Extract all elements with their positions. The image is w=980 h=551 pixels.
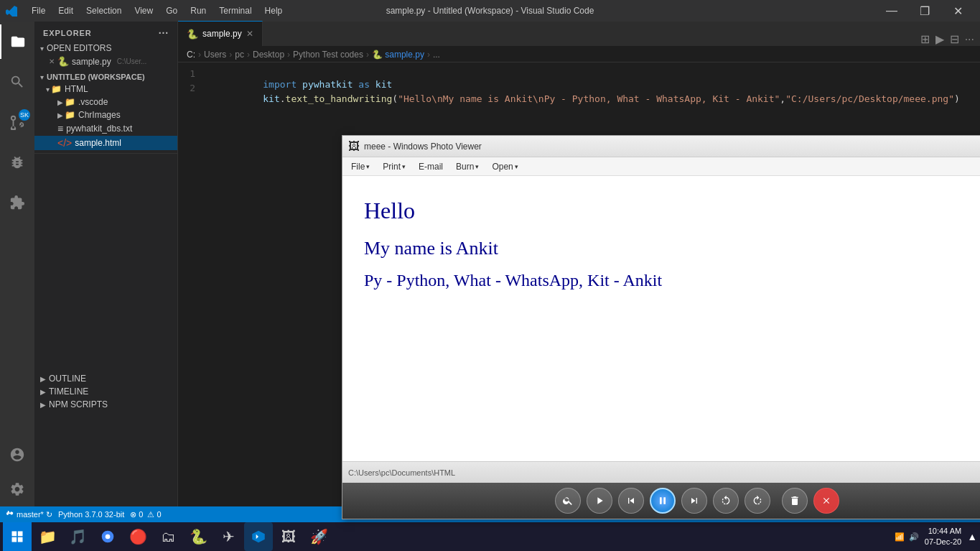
pv-delete-button[interactable]	[782, 488, 808, 514]
explorer-title: EXPLORER ···	[34, 22, 177, 42]
taskbar-file-explorer[interactable]: 📁	[33, 522, 62, 551]
system-clock[interactable]: 10:44 AM 07-Dec-20	[925, 526, 961, 548]
activity-source-control[interactable]: SK	[0, 105, 34, 139]
tab-bar: 🐍 sample.py ✕ ⊞ ▶ ⊟ ···	[178, 22, 980, 47]
layout-icon[interactable]: ⊟	[950, 32, 959, 46]
tree-item-sample-html[interactable]: </> sample.html	[34, 136, 177, 150]
menu-run[interactable]: Run	[185, 4, 212, 17]
svg-point-1	[106, 534, 111, 540]
bc-pc[interactable]: pc	[235, 50, 244, 60]
npm-arrow: ▶	[40, 401, 46, 409]
bc-python-test[interactable]: Python Test codes	[293, 50, 363, 60]
git-branch-status[interactable]: master* ↻	[6, 510, 52, 519]
npm-scripts-header[interactable]: ▶ NPM SCRIPTS	[34, 398, 177, 411]
tree-item-chrimages[interactable]: ▶ 📁 ChrImages	[34, 108, 177, 121]
activity-account[interactable]	[0, 437, 34, 472]
open-editor-sample-py[interactable]: ✕ 🐍 sample.py C:\User...	[34, 55, 177, 68]
menu-selection[interactable]: Selection	[80, 4, 127, 17]
taskbar-browser[interactable]	[93, 522, 122, 551]
pv-menu-file[interactable]: File ▾	[345, 160, 375, 173]
photo-viewer-window: 🖼 meee - Windows Photo Viewer — ◻ ✕ File…	[342, 135, 980, 519]
bc-c[interactable]: C:	[187, 50, 195, 60]
activity-debug[interactable]	[0, 145, 34, 180]
taskbar-python[interactable]: 🐍	[184, 522, 213, 551]
pv-menu-email[interactable]: E-mail	[413, 160, 449, 173]
pv-menu-burn-arrow: ▾	[475, 163, 479, 170]
pv-slideshow-settings-button[interactable]	[587, 488, 612, 514]
pv-menu-burn[interactable]: Burn ▾	[450, 160, 485, 173]
taskbar-media[interactable]: 🎵	[63, 522, 92, 551]
taskbar: 📁 🎵 🔴 🗂 🐍 ✈ 🖼 🚀 📶 🔊 10:44 AM 07-Dec-20 ▲	[0, 522, 980, 551]
activity-extensions[interactable]	[0, 185, 34, 220]
taskbar-app-red[interactable]: 🔴	[123, 522, 152, 551]
taskbar-right: 📶 🔊 10:44 AM 07-Dec-20 ▲	[895, 526, 977, 548]
workspace-arrow: ▾	[40, 73, 44, 81]
menu-view[interactable]: View	[129, 4, 159, 17]
bc-desktop[interactable]: Desktop	[253, 50, 284, 60]
split-editor-icon[interactable]: ⊞	[920, 32, 930, 46]
menu-terminal[interactable]: Terminal	[213, 4, 257, 17]
folder-icon-2: 📁	[65, 97, 75, 107]
errors-status[interactable]: ⊗ 0 ⚠ 0	[130, 510, 161, 519]
pv-menu-print[interactable]: Print ▾	[377, 160, 411, 173]
menu-file[interactable]: File	[26, 4, 51, 17]
pv-titlebar: 🖼 meee - Windows Photo Viewer — ◻ ✕	[342, 136, 980, 157]
code-line-2: 2 kit.text_to_handwriting("Hello\nMy nam…	[178, 83, 980, 97]
close-editor-icon[interactable]: ✕	[49, 57, 55, 65]
window-controls: — ❐ ✕	[875, 0, 974, 22]
open-editors-header[interactable]: ▾ OPEN EDITORS	[34, 42, 177, 55]
bc-users[interactable]: Users	[204, 50, 226, 60]
activity-bottom	[0, 437, 34, 506]
handwriting-line1: Hello	[364, 190, 662, 232]
pv-path-label: C:\Users\pc\Documents\HTML	[348, 468, 455, 477]
taskbar-vscode[interactable]	[244, 522, 273, 551]
taskbar-rocket[interactable]: 🚀	[304, 522, 333, 551]
network-icon[interactable]: 📶	[895, 532, 905, 542]
vscode-logo-icon	[6, 5, 17, 17]
tree-item-vscode[interactable]: ▶ 📁 .vscode	[34, 96, 177, 108]
pv-close-x-button[interactable]	[813, 488, 839, 514]
pv-prev-button[interactable]	[618, 488, 644, 514]
notification-area-icon[interactable]: ▲	[967, 531, 977, 542]
activity-explorer[interactable]	[0, 24, 34, 59]
tab-close-button[interactable]: ✕	[246, 29, 253, 39]
pv-next-button[interactable]	[681, 488, 707, 514]
tab-sample-py[interactable]: 🐍 sample.py ✕	[178, 21, 263, 46]
status-bar-left: master* ↻ Python 3.7.0 32-bit ⊗ 0 ⚠ 0	[6, 510, 162, 519]
activity-settings[interactable]	[0, 472, 34, 506]
menu-edit[interactable]: Edit	[52, 4, 79, 17]
pv-menu-open[interactable]: Open ▾	[486, 160, 523, 173]
tree-item-pywhatkit-dbs[interactable]: ≡ pywhatkit_dbs.txt	[34, 121, 177, 136]
bc-sample-py[interactable]: 🐍 sample.py	[372, 50, 424, 60]
minimize-button[interactable]: —	[875, 0, 908, 22]
activity-search[interactable]	[0, 65, 34, 99]
pv-zoom-button[interactable]	[555, 488, 581, 514]
taskbar-photo[interactable]: 🖼	[274, 522, 303, 551]
menu-help[interactable]: Help	[259, 4, 289, 17]
python-version-status[interactable]: Python 3.7.0 32-bit	[58, 510, 124, 519]
tree-item-html[interactable]: ▾ 📁 HTML	[34, 83, 177, 96]
maximize-button[interactable]: ❐	[908, 0, 941, 22]
more-actions-icon[interactable]: ···	[965, 33, 974, 46]
pv-menu-print-arrow: ▾	[402, 163, 406, 170]
taskbar-telegram[interactable]: ✈	[214, 522, 243, 551]
pv-rotate-ccw-button[interactable]	[713, 488, 739, 514]
editor-area: 🐍 sample.py ✕ ⊞ ▶ ⊟ ··· C: › Users › pc …	[178, 22, 980, 506]
taskbar-explorer2[interactable]: 🗂	[154, 522, 182, 551]
volume-icon[interactable]: 🔊	[909, 532, 919, 542]
taskbar-left: 📁 🎵 🔴 🗂 🐍 ✈ 🖼 🚀	[3, 522, 333, 551]
run-icon[interactable]: ▶	[935, 32, 944, 46]
explorer-menu-button[interactable]: ···	[159, 27, 169, 39]
start-button[interactable]	[3, 522, 32, 551]
html-file-icon: </>	[57, 137, 72, 149]
workspace-header[interactable]: ▾ UNTITLED (WORKSPACE)	[34, 71, 177, 83]
outline-header[interactable]: ▶ OUTLINE	[34, 372, 177, 385]
breadcrumb: C: › Users › pc › Desktop › Python Test …	[178, 47, 980, 62]
main-layout: SK EXPLORER ··· ▾ OPEN EDITORS	[0, 22, 980, 506]
close-button[interactable]: ✕	[941, 0, 974, 22]
timeline-header[interactable]: ▶ TIMELINE	[34, 385, 177, 398]
sidebar-bottom: ▶ OUTLINE ▶ TIMELINE ▶ NPM SCRIPTS	[34, 153, 177, 414]
pv-play-pause-button[interactable]	[650, 488, 676, 514]
pv-rotate-cw-button[interactable]	[745, 488, 770, 514]
menu-go[interactable]: Go	[160, 4, 183, 17]
